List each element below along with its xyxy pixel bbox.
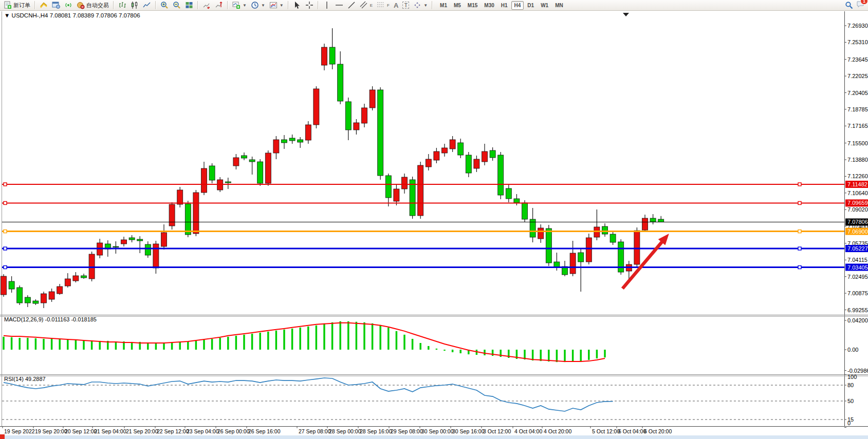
trendline-button[interactable] [345,0,358,11]
candle [209,166,215,180]
crosshair-button[interactable] [303,0,316,11]
market-watch-button[interactable] [38,0,50,11]
separator [318,1,319,9]
price-tick-label: 7.02495 [847,274,868,280]
price-line-anchor[interactable] [4,230,7,233]
candle [193,193,199,234]
templates-button[interactable]: ▼ [267,0,286,11]
candle [161,233,167,246]
text-label-button[interactable]: T [400,0,411,11]
price-line-anchor[interactable] [798,266,801,269]
candle [145,244,151,255]
periods-button[interactable]: ▼ [249,0,267,11]
timeframe-M5[interactable]: M5 [451,1,464,10]
time-tick-label: 22 Sep 12:00 [157,428,189,434]
tile-windows-button[interactable] [183,0,195,11]
zoom-in-button[interactable] [158,0,171,11]
candle [410,180,415,216]
candle [362,108,367,123]
price-axis-flag-label: 7.07806 [847,219,868,225]
candle [49,292,54,299]
candlestick-button[interactable] [128,0,141,11]
timeframe-MN[interactable]: MN [552,1,566,10]
timeframe-M30[interactable]: M30 [481,1,497,10]
timeframe-H4[interactable]: H4 [511,1,524,10]
chevron-down-icon: ▼ [261,3,265,8]
time-tick-label: 3 Oct 12:00 [483,428,511,434]
separator [113,1,114,9]
price-line-anchor[interactable] [4,266,7,269]
macd-tick-label: 0.00 [847,347,858,353]
text-button[interactable]: A [392,0,400,11]
search-icon[interactable] [845,1,853,9]
notification-badge: 1 [860,0,868,5]
candle [490,150,495,158]
price-axis-flag-label: 7.05227 [847,245,868,252]
auto-scroll-button[interactable] [200,0,213,11]
timeframe-M1[interactable]: M1 [437,1,450,10]
auto-trading-button[interactable]: 自动交易 [75,0,111,11]
timeframe-W1[interactable]: W1 [538,1,551,10]
candle [442,148,448,153]
candle [378,90,383,176]
candle [345,102,351,130]
fibonacci-button[interactable]: F [375,0,392,11]
fibonacci-sub-label: F [387,3,390,8]
bar-chart-button[interactable] [116,0,128,11]
candle [522,203,528,219]
indicators-button[interactable]: ▼ [230,0,249,11]
candle [81,276,87,278]
signals-button[interactable] [62,0,75,11]
price-line-anchor[interactable] [4,183,7,186]
chart-window-button[interactable] [50,0,62,11]
new-order-label: 新订单 [13,2,30,9]
candle [273,140,279,153]
zoom-out-button[interactable] [171,0,183,11]
price-line-anchor[interactable] [4,247,7,250]
separator [34,1,35,9]
candlestick-icon [131,1,139,9]
horizontal-line-button[interactable] [333,0,345,11]
price-line-anchor[interactable] [4,201,7,204]
price-line-anchor[interactable] [798,183,801,186]
time-tick-label: 26 Sep 00:00 [217,428,250,434]
price-tick-label: 7.17165 [847,123,868,129]
line-chart-button[interactable] [141,0,153,11]
separator [197,1,198,9]
macd-tick-label: 0.042001 [847,317,868,323]
macd-tick-label: -0.029864 [847,368,868,374]
separator [288,1,289,9]
zoom-out-icon [173,1,181,9]
arrows-tool-button[interactable]: ▼ [411,0,430,11]
candle [33,301,39,303]
chart-title: ▼ USDCNH-,H4 7.08081 7.08389 7.07806 7.0… [4,12,140,18]
cursor-icon [293,1,301,9]
notifications-button[interactable]: 1 [856,0,864,10]
candle [298,140,303,142]
price-line-anchor[interactable] [798,247,801,250]
equidistant-channel-button[interactable]: E [358,0,375,11]
cursor-button[interactable] [291,0,303,11]
text-tool-icon: A [394,2,398,9]
candle [257,162,263,183]
candle [41,294,47,303]
candle [233,158,239,166]
price-line-anchor[interactable] [798,230,801,233]
chart-canvas[interactable]: 7.269307.253107.236457.220257.204057.187… [0,0,868,439]
candle [289,138,295,141]
new-order-button[interactable]: 新订单 [2,0,32,11]
vertical-line-button[interactable] [321,0,333,11]
price-tick-label: 6.99255 [847,307,868,313]
fibonacci-icon [377,1,385,9]
auto-trading-label: 自动交易 [86,2,109,9]
timeframe-M15[interactable]: M15 [465,1,481,10]
channel-sub-label: E [370,3,373,8]
price-line-anchor[interactable] [798,201,801,204]
time-tick-label: 28 Sep 00:00 [329,428,361,434]
rsi-tick-label: 80 [847,382,854,388]
timeframe-H1[interactable]: H1 [498,1,511,10]
candle [602,226,608,234]
timeframe-D1[interactable]: D1 [524,1,537,10]
price-tick-label: 7.10640 [847,190,868,196]
chart-shift-button[interactable] [213,0,225,11]
